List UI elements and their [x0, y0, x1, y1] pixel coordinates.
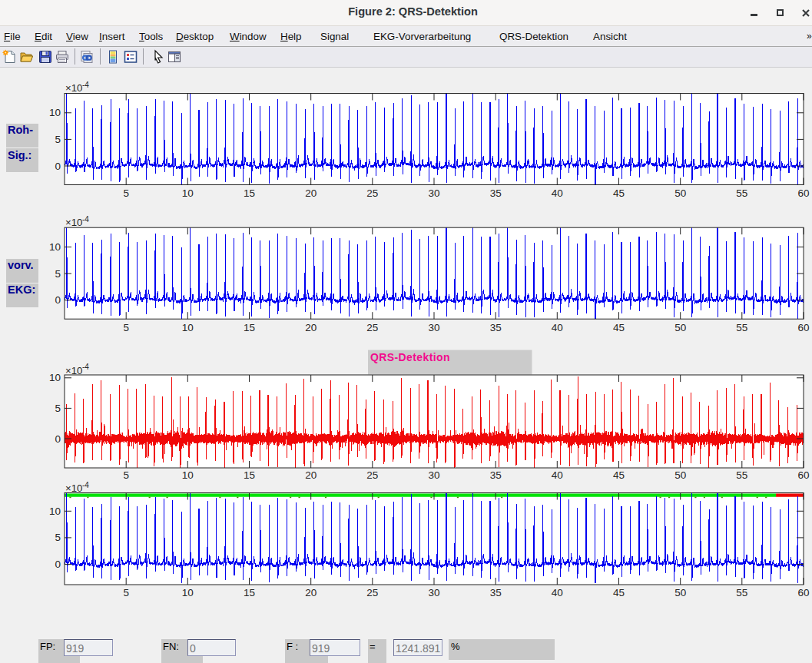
svg-text:10: 10 [49, 506, 61, 517]
svg-text:5: 5 [55, 268, 61, 280]
svg-text:30: 30 [428, 322, 439, 333]
svg-text:10: 10 [182, 322, 194, 333]
svg-text:40: 40 [552, 187, 563, 199]
svg-text:55: 55 [736, 587, 747, 598]
svg-text:40: 40 [552, 587, 563, 598]
svg-text:30: 30 [428, 187, 439, 199]
svg-text:-4: -4 [82, 215, 89, 224]
svg-text:60: 60 [797, 587, 809, 598]
svg-text:20: 20 [305, 469, 317, 481]
svg-text:55: 55 [736, 187, 747, 199]
svg-text:20: 20 [305, 187, 317, 199]
svg-text:20: 20 [305, 587, 317, 598]
svg-text:50: 50 [674, 322, 686, 333]
svg-text:0: 0 [55, 294, 61, 306]
svg-text:40: 40 [552, 469, 563, 481]
svg-text:10: 10 [182, 469, 194, 481]
svg-text:15: 15 [244, 322, 255, 333]
svg-text:35: 35 [490, 469, 502, 481]
svg-text:60: 60 [797, 322, 809, 333]
svg-text:50: 50 [674, 587, 686, 598]
svg-text:45: 45 [613, 469, 625, 481]
svg-text:30: 30 [428, 469, 439, 481]
svg-text:5: 5 [55, 403, 61, 414]
svg-text:0: 0 [55, 161, 61, 172]
svg-text:45: 45 [613, 587, 625, 598]
svg-text:30: 30 [428, 587, 439, 598]
svg-text:0: 0 [55, 559, 61, 570]
svg-text:45: 45 [613, 187, 625, 199]
svg-text:5: 5 [123, 469, 129, 481]
svg-text:×10: ×10 [65, 82, 82, 94]
svg-text:×10: ×10 [65, 217, 82, 228]
svg-text:-4: -4 [82, 363, 89, 371]
svg-text:50: 50 [674, 187, 686, 199]
svg-text:10: 10 [49, 241, 61, 253]
svg-text:25: 25 [366, 469, 378, 481]
svg-text:35: 35 [490, 587, 502, 598]
svg-text:10: 10 [182, 187, 194, 199]
svg-text:5: 5 [55, 134, 61, 145]
svg-text:20: 20 [305, 322, 317, 333]
svg-text:55: 55 [736, 322, 747, 333]
svg-text:-4: -4 [82, 81, 89, 89]
svg-text:15: 15 [244, 587, 255, 598]
svg-text:25: 25 [366, 322, 378, 333]
svg-text:5: 5 [123, 587, 129, 598]
svg-text:5: 5 [123, 187, 129, 199]
svg-text:5: 5 [123, 322, 129, 333]
svg-text:5: 5 [55, 532, 61, 543]
svg-text:QRS-Detektion: QRS-Detektion [370, 351, 450, 363]
svg-text:35: 35 [490, 322, 502, 333]
svg-text:×10: ×10 [65, 482, 82, 494]
svg-text:50: 50 [674, 469, 686, 481]
svg-text:55: 55 [736, 469, 747, 481]
svg-text:25: 25 [366, 187, 378, 199]
svg-text:10: 10 [49, 107, 61, 118]
svg-text:10: 10 [49, 372, 61, 383]
svg-text:45: 45 [613, 322, 625, 333]
svg-text:60: 60 [797, 469, 809, 481]
svg-text:35: 35 [490, 187, 502, 199]
svg-text:15: 15 [244, 469, 255, 481]
svg-text:25: 25 [366, 587, 378, 598]
svg-text:40: 40 [552, 322, 563, 333]
svg-text:×10: ×10 [65, 365, 82, 376]
svg-text:15: 15 [244, 187, 255, 199]
svg-text:60: 60 [797, 187, 809, 199]
svg-text:0: 0 [55, 433, 61, 445]
svg-text:10: 10 [182, 587, 194, 598]
svg-text:-4: -4 [82, 481, 89, 489]
